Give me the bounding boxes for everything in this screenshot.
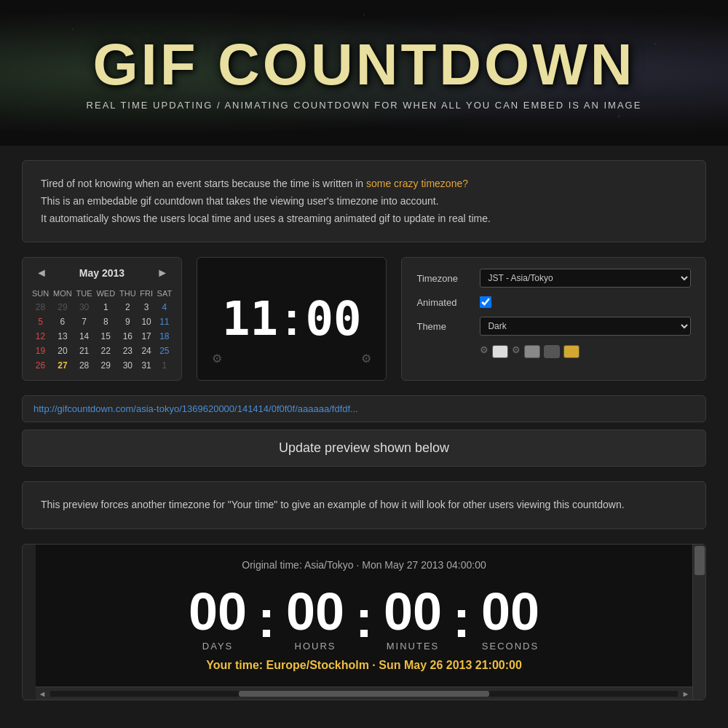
cal-th-tue: TUE <box>74 287 95 300</box>
calendar-day[interactable]: 27 <box>51 358 74 373</box>
countdown-preview-wrapper: Original time: Asia/Tokyo · Mon May 27 2… <box>22 544 706 700</box>
countdown-colon-2: : <box>352 589 376 649</box>
calendar-day[interactable]: 31 <box>138 358 155 373</box>
cal-th-wed: WED <box>94 287 117 300</box>
countdown-display: Original time: Asia/Tokyo · Mon May 27 2… <box>36 545 692 687</box>
countdown-days-value: 00 <box>189 585 247 638</box>
calendar-grid: SUN MON TUE WED THU FRI SAT 282930123456… <box>30 287 174 373</box>
calendar-day[interactable]: 22 <box>94 344 117 358</box>
swatch-gold[interactable] <box>563 345 579 358</box>
vertical-scrollbar-thumb[interactable] <box>695 546 705 575</box>
url-display[interactable]: http://gifcountdown.com/asia-tokyo/13696… <box>23 396 705 422</box>
site-subtitle: REAL TIME UPDATING / ANIMATING COUNTDOWN… <box>87 100 642 111</box>
horizontal-scrollbar-thumb[interactable] <box>239 691 490 697</box>
countdown-colon-3: : <box>449 589 474 649</box>
calendar-day[interactable]: 30 <box>74 300 95 314</box>
swatch-dark[interactable] <box>544 345 560 358</box>
calendar-day[interactable]: 1 <box>155 358 174 373</box>
theme-row: Theme Dark Light Custom <box>416 317 691 336</box>
countdown-days-unit: 00 DAYS <box>181 585 254 652</box>
calendar-day[interactable]: 10 <box>138 314 155 329</box>
vertical-scrollbar[interactable] <box>692 545 705 700</box>
time-minute[interactable]: 00 <box>305 296 361 342</box>
countdown-original-time: Original time: Asia/Tokyo · Mon May 27 2… <box>58 559 670 571</box>
calendar-day[interactable]: 3 <box>138 300 155 314</box>
calendar-day[interactable]: 21 <box>74 344 95 358</box>
scroll-right-button[interactable]: ► <box>679 689 692 698</box>
minute-gear-icon[interactable]: ⚙ <box>361 352 371 365</box>
countdown-hours-label: HOURS <box>295 641 336 652</box>
calendar-day[interactable]: 24 <box>138 344 155 358</box>
calendar-day[interactable]: 8 <box>94 314 117 329</box>
calendar-day[interactable]: 12 <box>30 329 51 344</box>
color-swatches: ⚙ ⚙ <box>480 344 579 359</box>
calendar-day[interactable]: 28 <box>74 358 95 373</box>
calendar-day[interactable]: 30 <box>117 358 138 373</box>
calendar-day[interactable]: 13 <box>51 329 74 344</box>
animated-checkbox[interactable] <box>480 296 491 308</box>
scroll-left-button[interactable]: ◄ <box>36 689 49 698</box>
time-picker-section: ⚙ 11 : 00 ⚙ <box>197 257 387 381</box>
swatch-gray[interactable] <box>524 345 540 358</box>
url-box: http://gifcountdown.com/asia-tokyo/13696… <box>22 395 706 422</box>
calendar-day[interactable]: 19 <box>30 344 51 358</box>
calendar-day[interactable]: 17 <box>138 329 155 344</box>
theme-select[interactable]: Dark Light Custom <box>480 317 691 336</box>
calendar-day[interactable]: 16 <box>117 329 138 344</box>
timezone-label: Timezone <box>416 273 471 284</box>
calendar-day[interactable]: 11 <box>155 314 174 329</box>
countdown-seconds-value: 00 <box>481 585 539 638</box>
calendar-week-row: 19202122232425 <box>30 344 174 358</box>
calendar-day[interactable]: 20 <box>51 344 74 358</box>
calendar-day[interactable]: 1 <box>94 300 117 314</box>
horizontal-scrollbar[interactable]: ◄ ► <box>36 687 692 700</box>
description-box: Tired of not knowing when an event start… <box>22 160 706 242</box>
options-section: Timezone JST - Asia/Tokyo UTC EST - Amer… <box>401 257 706 381</box>
cal-th-thu: THU <box>117 287 138 300</box>
calendar-prev-button[interactable]: ◄ <box>30 265 53 281</box>
site-header: GIF COUNTDOWN REAL TIME UPDATING / ANIMA… <box>0 0 728 146</box>
countdown-seconds-unit: 00 SECONDS <box>474 585 547 652</box>
desc-line3: It automatically shows the users local t… <box>41 210 687 228</box>
calendar-body: 2829301234567891011121314151617181920212… <box>30 300 174 373</box>
hour-gear-icon[interactable]: ⚙ <box>212 352 222 365</box>
color-gear-left-icon[interactable]: ⚙ <box>480 344 488 355</box>
color-gear-mid-icon[interactable]: ⚙ <box>512 344 521 355</box>
horizontal-scrollbar-track <box>50 691 678 697</box>
calendar-week-row: 12131415161718 <box>30 329 174 344</box>
calendar-day[interactable]: 4 <box>155 300 174 314</box>
calendar-section: ◄ May 2013 ► SUN MON TUE WED THU FRI SAT <box>22 257 182 381</box>
update-preview-button[interactable]: Update preview shown below <box>22 430 706 467</box>
calendar-week-row: 2627282930311 <box>30 358 174 373</box>
calendar-day[interactable]: 29 <box>51 300 74 314</box>
calendar-day[interactable]: 25 <box>155 344 174 358</box>
animated-row: Animated <box>416 296 691 308</box>
calendar-day[interactable]: 28 <box>30 300 51 314</box>
animated-label: Animated <box>416 297 471 308</box>
calendar-next-button[interactable]: ► <box>151 265 174 281</box>
color-swatches-row: ⚙ ⚙ <box>416 344 691 359</box>
calendar-day[interactable]: 9 <box>117 314 138 329</box>
countdown-seconds-label: SECONDS <box>482 641 539 652</box>
calendar-day[interactable]: 6 <box>51 314 74 329</box>
countdown-minutes-value: 00 <box>384 585 442 638</box>
desc-line1: Tired of not knowing when an event start… <box>41 175 687 193</box>
calendar-day[interactable]: 26 <box>30 358 51 373</box>
calendar-day[interactable]: 18 <box>155 329 174 344</box>
calendar-day[interactable]: 5 <box>30 314 51 329</box>
site-title: GIF COUNTDOWN <box>92 36 635 94</box>
calendar-day[interactable]: 2 <box>117 300 138 314</box>
cal-th-sun: SUN <box>30 287 51 300</box>
countdown-numbers: 00 DAYS : 00 HOURS : 00 MINUTES : <box>58 585 670 652</box>
time-colon: : <box>278 296 305 342</box>
calendar-day[interactable]: 29 <box>94 358 117 373</box>
calendar-day[interactable]: 7 <box>74 314 95 329</box>
countdown-preview-inner: Original time: Asia/Tokyo · Mon May 27 2… <box>36 545 692 700</box>
calendar-day[interactable]: 14 <box>74 329 95 344</box>
calendar-day[interactable]: 15 <box>94 329 117 344</box>
time-hour[interactable]: 11 <box>222 296 278 342</box>
timezone-select[interactable]: JST - Asia/Tokyo UTC EST - America/New_Y… <box>480 269 691 288</box>
swatch-white[interactable] <box>492 345 508 358</box>
countdown-your-time: Your time: Europe/Stockholm · Sun May 26… <box>58 659 670 672</box>
calendar-day[interactable]: 23 <box>117 344 138 358</box>
